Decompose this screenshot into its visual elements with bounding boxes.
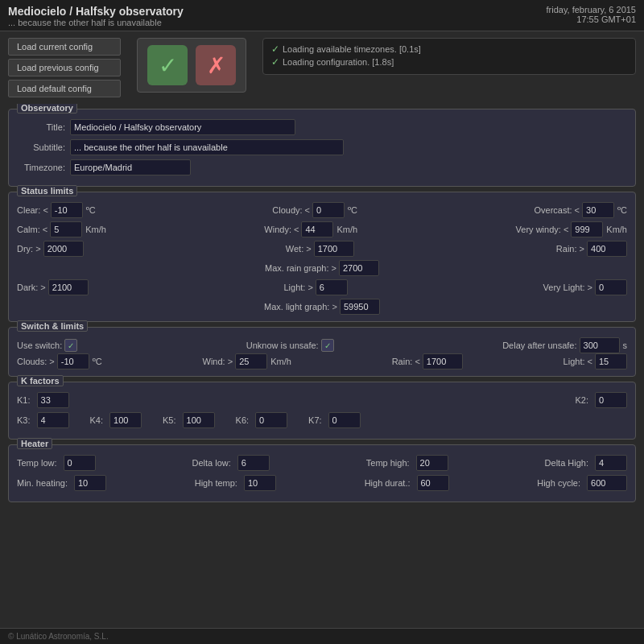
k2-label: K2:: [575, 395, 588, 405]
wet-label: Wet: >: [286, 244, 312, 254]
overcast-input[interactable]: [582, 202, 614, 218]
windy-unit: Km/h: [336, 225, 357, 234]
k6-input[interactable]: [255, 412, 287, 428]
cloudy-input[interactable]: [312, 202, 345, 218]
high-temp-input[interactable]: [244, 475, 276, 491]
overcast-unit: ºC: [617, 205, 627, 215]
windy-label: Windy: <: [264, 225, 299, 234]
confirm-button[interactable]: ✓: [147, 45, 188, 85]
clear-input[interactable]: [51, 202, 83, 218]
unknown-unsafe-item: Unknow is unsafe: ✓: [246, 339, 334, 352]
date-label: friday, february, 6 2015: [547, 5, 637, 14]
delta-high-input[interactable]: [595, 455, 627, 471]
dry-input[interactable]: [43, 241, 84, 257]
max-rain-label: Max. rain graph: >: [265, 263, 336, 273]
limits-row-2: Calm: < Km/h Windy: < Km/h Very windy: <: [17, 221, 627, 237]
temp-low-input[interactable]: [64, 455, 96, 471]
delay-input[interactable]: [580, 337, 620, 353]
very-light-input[interactable]: [595, 279, 627, 295]
very-light-label: Very Light: >: [543, 283, 592, 292]
status-messages: ✓ Loading available timezones. [0.1s] ✓ …: [262, 38, 636, 75]
observatory-title: Observatory: [17, 104, 77, 114]
k3-input[interactable]: [37, 412, 69, 428]
delay-unit: s: [623, 341, 628, 350]
timezone-row: Timezone:: [17, 159, 627, 175]
sw-clouds-label: Clouds: >: [17, 357, 55, 366]
unknown-unsafe-checkbox[interactable]: ✓: [321, 339, 334, 352]
rain-label: Rain: >: [556, 244, 584, 254]
dark-item: Dark: >: [17, 279, 89, 295]
timezone-input[interactable]: [70, 159, 191, 175]
overcast-item: Overcast: < ºC: [534, 202, 627, 218]
k-factors-content: K1: K2: K3: K4: K5: K6:: [17, 392, 627, 428]
k1-input[interactable]: [37, 392, 69, 408]
cancel-button[interactable]: ✗: [196, 45, 236, 85]
timezone-label: Timezone:: [17, 163, 65, 172]
copyright-text: © Lunático Astronomía, S.L.: [8, 632, 109, 641]
calm-input[interactable]: [50, 221, 82, 237]
k7-input[interactable]: [328, 412, 361, 428]
observatory-section: Observatory Title: Subtitle: Timezone:: [8, 109, 636, 187]
sw-rain-input[interactable]: [423, 353, 463, 369]
windy-input[interactable]: [301, 221, 333, 237]
k-row-1: K1: K2:: [17, 392, 627, 408]
app-subtitle: ... because the other half is unavailabl…: [8, 18, 184, 27]
load-current-config-button[interactable]: Load current config: [8, 38, 121, 56]
check-icon: ✓: [159, 52, 177, 79]
max-light-label: Max. light graph: >: [264, 302, 337, 312]
use-switch-label: Use switch:: [17, 341, 62, 350]
rain-input[interactable]: [587, 241, 627, 257]
calm-item: Calm: < Km/h: [17, 221, 106, 237]
wet-input[interactable]: [314, 241, 354, 257]
cloudy-item: Cloudy: < ºC: [272, 202, 357, 218]
very-light-item: Very Light: >: [543, 279, 627, 295]
dark-input[interactable]: [48, 279, 89, 295]
temp-high-input[interactable]: [416, 455, 448, 471]
content-area: Observatory Title: Subtitle: Timezone: S…: [0, 104, 644, 628]
subtitle-row: Subtitle:: [17, 139, 627, 155]
max-rain-input[interactable]: [339, 260, 379, 276]
temp-low-label: Temp low:: [17, 458, 57, 468]
status-limits-section: Status limits Clear: < ºC Cloudy: < ºC: [8, 192, 636, 322]
heater-row-2: Min. heating: High temp: High durat.: Hi…: [17, 475, 627, 491]
sw-light-label: Light: <: [564, 357, 592, 366]
k4-input[interactable]: [109, 412, 142, 428]
calm-label: Calm: <: [17, 225, 47, 234]
subtitle-input[interactable]: [70, 139, 344, 155]
max-light-item: Max. light graph: >: [264, 299, 380, 315]
high-durat-input[interactable]: [417, 475, 449, 491]
clear-item: Clear: < ºC: [17, 202, 96, 218]
very-windy-item: Very windy: < Km/h: [516, 221, 627, 237]
heater-section: Heater Temp low: Delta low: Temp high: D…: [8, 444, 636, 502]
title-label: Title:: [17, 122, 65, 132]
light-input[interactable]: [316, 279, 348, 295]
very-windy-label: Very windy: <: [516, 225, 569, 234]
load-previous-config-button[interactable]: Load previous config: [8, 59, 121, 76]
load-default-config-button[interactable]: Load default config: [8, 80, 121, 97]
check-icon-2: ✓: [271, 56, 279, 68]
k2-input[interactable]: [595, 392, 627, 408]
max-light-input[interactable]: [340, 299, 380, 315]
title-input[interactable]: [70, 119, 295, 135]
max-rain-item: Max. rain graph: >: [265, 260, 379, 276]
sw-rain-item: Rain: <: [392, 353, 463, 369]
status-limits-content: Clear: < ºC Cloudy: < ºC Overcast: <: [17, 202, 627, 315]
very-windy-input[interactable]: [571, 221, 603, 237]
k5-input[interactable]: [183, 412, 215, 428]
min-heating-input[interactable]: [74, 475, 106, 491]
sw-light-input[interactable]: [595, 353, 627, 369]
delta-low-input[interactable]: [237, 455, 270, 471]
k4-label: K4:: [90, 415, 104, 425]
high-durat-label: High durat.:: [365, 478, 411, 488]
switch-row-2: Clouds: > ºC Wind: > Km/h Rain: <: [17, 353, 627, 369]
delay-label: Delay after unsafe:: [502, 341, 576, 350]
high-cycle-input[interactable]: [587, 475, 627, 491]
k6-label: K6:: [236, 415, 250, 425]
rain-item: Rain: >: [556, 241, 627, 257]
k-factors-section: K factors K1: K2: K3: K4: K5:: [8, 382, 636, 440]
heater-title: Heater: [17, 438, 52, 449]
use-switch-checkbox[interactable]: ✓: [64, 339, 77, 352]
sw-wind-input[interactable]: [235, 353, 267, 369]
sw-clouds-input[interactable]: [57, 353, 89, 369]
header: Mediocielo / Halfsky observatory ... bec…: [0, 0, 644, 31]
